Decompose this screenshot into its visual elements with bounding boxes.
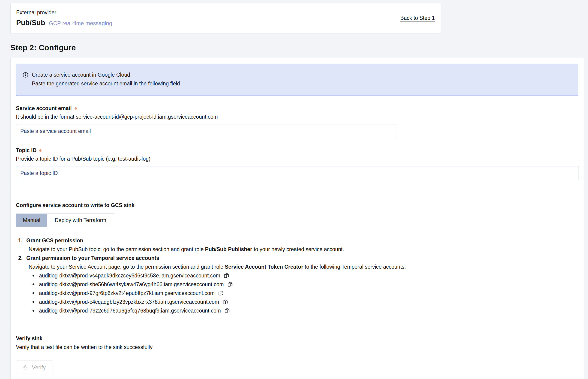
required-indicator bbox=[75, 107, 77, 110]
provider-name: Pub/Sub bbox=[16, 19, 45, 27]
step-body: Navigate to your Service Account page, g… bbox=[29, 262, 578, 271]
bullet bbox=[32, 284, 34, 285]
required-indicator bbox=[39, 149, 42, 152]
copy-button[interactable] bbox=[224, 308, 230, 314]
copy-button[interactable] bbox=[227, 281, 233, 287]
provider-tagline: GCP real-time messaging bbox=[49, 20, 112, 27]
copy-icon bbox=[227, 281, 233, 287]
topic-id-helper: Provide a topic ID for a Pub/Sub topic (… bbox=[16, 156, 578, 162]
lightning-bolt-icon bbox=[23, 364, 29, 370]
copy-button[interactable] bbox=[222, 299, 228, 305]
instruction-step-2: 2. Grant permission to your Temporal ser… bbox=[16, 254, 578, 315]
verify-button[interactable]: Verify bbox=[16, 361, 52, 374]
service-account-email-input[interactable] bbox=[16, 124, 397, 138]
service-account-email: auditlog-dktxv@prod-79z2c6d76au6g5fcq768… bbox=[39, 306, 221, 315]
page: External provider Pub/Sub GCP real-time … bbox=[0, 0, 588, 379]
topic-id-label: Topic ID bbox=[16, 147, 36, 154]
service-account-email: auditlog-dktxv@prod-97gr6tp6zkv2t4epubff… bbox=[39, 289, 215, 298]
list-item: auditlog-dktxv@prod-79z2c6d76au6g5fcq768… bbox=[29, 306, 578, 315]
service-account-email-label: Service account email bbox=[16, 105, 72, 111]
list-item: auditlog-dktxv@prod-97gr6tp6zkv2t4epubff… bbox=[29, 289, 578, 298]
step-title: Grant GCS permission bbox=[26, 236, 83, 245]
bullet bbox=[32, 310, 34, 312]
bullet bbox=[32, 301, 34, 303]
verify-button-label: Verify bbox=[32, 364, 46, 371]
back-to-step-1-link[interactable]: Back to Step 1 bbox=[400, 15, 435, 21]
copy-icon bbox=[222, 299, 228, 305]
bullet bbox=[32, 292, 34, 294]
step-body-text: Navigate to your PubSub topic, go to the… bbox=[29, 246, 205, 252]
service-account-email-helper: It should be in the format service-accou… bbox=[16, 114, 578, 120]
step-body-text: Navigate to your Service Account page, g… bbox=[29, 264, 225, 270]
instruction-step-1: 1. Grant GCS permission Navigate to your… bbox=[16, 236, 578, 254]
provider-card: External provider Pub/Sub GCP real-time … bbox=[10, 3, 441, 33]
list-item: auditlog-dktxv@prod-sbe56h6wr4sykaw47a6y… bbox=[29, 280, 578, 289]
configure-card: Create a service account in Google Cloud… bbox=[10, 58, 584, 379]
step-number: 1. bbox=[16, 236, 26, 245]
instruction-steps: 1. Grant GCS permission Navigate to your… bbox=[16, 236, 578, 315]
page-title: Step 2: Configure bbox=[10, 43, 588, 52]
list-item: auditlog-dktxv@prod-c4cqaqgbfzy23vpzkbxz… bbox=[29, 298, 578, 306]
service-account-email: auditlog-dktxv@prod-sbe56h6wr4sykaw47a6y… bbox=[39, 280, 224, 289]
service-account-email: auditlog-dktxv@prod-c4cqaqgbfzy23vpzkbxz… bbox=[39, 298, 219, 306]
copy-icon bbox=[218, 290, 224, 296]
section-divider bbox=[11, 326, 584, 326]
step-body-text: to the following Temporal service accoun… bbox=[303, 264, 406, 270]
service-account-email: auditlog-dktxv@prod-vs4padk9dkczcey6d6st… bbox=[39, 271, 220, 280]
configure-method-tabs: Manual Deploy with Terraform bbox=[16, 214, 114, 227]
tab-manual[interactable]: Manual bbox=[16, 214, 47, 227]
verify-sink-description: Verify that a test file can be written t… bbox=[16, 344, 578, 350]
service-account-list: auditlog-dktxv@prod-vs4padk9dkczcey6d6st… bbox=[29, 271, 578, 315]
verify-sink-title: Verify sink bbox=[16, 335, 578, 342]
step-number: 2. bbox=[16, 254, 26, 262]
info-banner-description: Paste the generated service account emai… bbox=[32, 80, 572, 87]
copy-button[interactable] bbox=[223, 273, 229, 279]
list-item: auditlog-dktxv@prod-vs4padk9dkczcey6d6st… bbox=[29, 271, 578, 280]
topic-id-input[interactable] bbox=[16, 166, 579, 180]
step-title: Grant permission to your Temporal servic… bbox=[26, 254, 159, 262]
info-icon bbox=[22, 72, 29, 78]
role-name: Service Account Token Creator bbox=[225, 264, 303, 270]
step-body: Navigate to your PubSub topic, go to the… bbox=[29, 245, 578, 254]
step-body-text: to your newly created service account. bbox=[252, 246, 344, 252]
provider-eyebrow: External provider bbox=[16, 9, 112, 16]
copy-icon bbox=[224, 308, 230, 314]
info-banner-title: Create a service account in Google Cloud bbox=[32, 72, 130, 78]
tab-deploy-with-terraform[interactable]: Deploy with Terraform bbox=[47, 214, 114, 227]
role-name: Pub/Sub Publisher bbox=[205, 246, 252, 252]
info-banner: Create a service account in Google Cloud… bbox=[16, 64, 578, 96]
copy-icon bbox=[223, 273, 229, 279]
section-divider bbox=[11, 191, 584, 191]
bullet bbox=[32, 275, 34, 277]
copy-button[interactable] bbox=[218, 290, 224, 296]
provider-info: External provider Pub/Sub GCP real-time … bbox=[16, 9, 112, 27]
configure-section-title: Configure service account to write to GC… bbox=[16, 202, 578, 208]
